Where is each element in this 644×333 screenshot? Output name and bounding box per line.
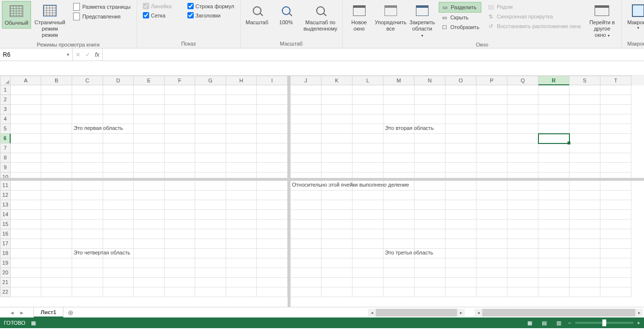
cell-T17[interactable] <box>600 239 631 249</box>
pane-bottom-right[interactable]: Относительно этой ячейки выполнено делен… <box>291 181 644 307</box>
sync-scroll-button[interactable]: ⇅ Синхронная прокрутка <box>485 12 583 21</box>
cell-E3[interactable] <box>134 105 165 114</box>
cell-G17[interactable] <box>195 239 226 249</box>
col-header-J[interactable]: J <box>291 76 322 85</box>
cell-O6[interactable] <box>445 134 476 143</box>
cell-A14[interactable] <box>11 210 42 220</box>
cell-E17[interactable] <box>134 239 165 249</box>
zoom-selection-button[interactable]: Масштаб по выделенному <box>301 1 340 34</box>
cell-B5[interactable] <box>41 124 72 134</box>
cell-E10[interactable] <box>134 173 165 178</box>
cell-Q3[interactable] <box>507 105 538 114</box>
cell-H17[interactable] <box>226 239 257 249</box>
cell-K6[interactable] <box>322 134 353 143</box>
cell-K15[interactable] <box>322 220 353 229</box>
cell-T15[interactable] <box>600 220 631 229</box>
cell-B20[interactable] <box>41 268 72 278</box>
cell-R7[interactable] <box>538 143 569 153</box>
cell-B8[interactable] <box>41 153 72 163</box>
cell-Q13[interactable] <box>507 200 538 210</box>
cell-M9[interactable] <box>383 163 414 173</box>
cell-D2[interactable] <box>103 95 134 105</box>
cell-H7[interactable] <box>226 143 257 153</box>
cell-G11[interactable] <box>195 181 226 190</box>
cell-A2[interactable] <box>11 95 42 105</box>
page-layout-button[interactable]: Разметка страницы <box>71 2 133 12</box>
cell-H13[interactable] <box>226 200 257 210</box>
row-header-18[interactable]: 18 <box>0 249 11 258</box>
headings-checkbox[interactable]: Заголовки <box>187 12 234 18</box>
col-header-L[interactable]: L <box>353 76 383 85</box>
row-header-11[interactable]: 11 <box>0 181 11 190</box>
cell-L20[interactable] <box>353 268 383 278</box>
cell-L19[interactable] <box>353 258 383 268</box>
row-header-13[interactable]: 13 <box>0 200 11 210</box>
cell-H11[interactable] <box>226 181 257 190</box>
cell-D14[interactable] <box>103 210 134 220</box>
cell-O3[interactable] <box>445 105 476 114</box>
cell-M1[interactable] <box>383 85 414 95</box>
col-header-D[interactable]: D <box>103 76 134 85</box>
cell-N10[interactable] <box>414 173 445 178</box>
cell-D6[interactable] <box>103 134 134 143</box>
cell-M5[interactable]: Это вторая область <box>383 124 414 134</box>
cell-Q6[interactable] <box>507 134 538 143</box>
cell-C5[interactable]: Это первая область <box>72 124 103 134</box>
cell-H6[interactable] <box>226 134 257 143</box>
macro-record-icon[interactable]: ▦ <box>31 320 36 326</box>
cell-P16[interactable] <box>476 229 507 239</box>
cell-R3[interactable] <box>538 105 569 114</box>
cell-O1[interactable] <box>445 85 476 95</box>
cell-P2[interactable] <box>476 95 507 105</box>
cell-C4[interactable] <box>72 114 103 124</box>
cell-M12[interactable] <box>383 190 414 200</box>
cell-C11[interactable] <box>72 181 103 190</box>
zoom-in-button[interactable]: + <box>637 320 640 326</box>
cell-H10[interactable] <box>226 173 257 178</box>
cell-M8[interactable] <box>383 153 414 163</box>
cell-H20[interactable] <box>226 268 257 278</box>
cell-R11[interactable] <box>538 181 569 190</box>
cell-F11[interactable] <box>165 181 196 190</box>
row-header-8[interactable]: 8 <box>0 153 11 163</box>
cell-J1[interactable] <box>291 85 322 95</box>
cell-N2[interactable] <box>414 95 445 105</box>
cell-M17[interactable] <box>383 239 414 249</box>
cell-J15[interactable] <box>291 220 322 229</box>
cell-N7[interactable] <box>414 143 445 153</box>
scroll-left-icon-2[interactable]: ◂ <box>475 309 482 317</box>
cell-B9[interactable] <box>41 163 72 173</box>
cell-S17[interactable] <box>569 239 600 249</box>
cell-I18[interactable] <box>257 249 288 258</box>
cell-K13[interactable] <box>322 200 353 210</box>
cell-S2[interactable] <box>569 95 600 105</box>
row-header-5[interactable]: 5 <box>0 124 11 134</box>
cell-P5[interactable] <box>476 124 507 134</box>
col-header-P[interactable]: P <box>476 76 507 85</box>
cell-A9[interactable] <box>11 163 42 173</box>
cell-S12[interactable] <box>569 190 600 200</box>
cell-B7[interactable] <box>41 143 72 153</box>
cell-E13[interactable] <box>134 200 165 210</box>
cell-J13[interactable] <box>291 200 322 210</box>
cell-Q15[interactable] <box>507 220 538 229</box>
cell-B3[interactable] <box>41 105 72 114</box>
cell-M13[interactable] <box>383 200 414 210</box>
cell-A10[interactable] <box>11 173 42 178</box>
cell-C10[interactable] <box>72 173 103 178</box>
side-by-side-button[interactable]: ▯▯ Рядом <box>485 2 583 12</box>
cell-K18[interactable] <box>322 249 353 258</box>
cell-F10[interactable] <box>165 173 196 178</box>
view-page-break-icon[interactable]: ▥ <box>553 318 564 327</box>
row-header-1[interactable]: 1 <box>0 85 11 95</box>
cell-I6[interactable] <box>257 134 288 143</box>
cell-H8[interactable] <box>226 153 257 163</box>
col-header-G[interactable]: G <box>195 76 226 85</box>
cell-Q16[interactable] <box>507 229 538 239</box>
cell-I15[interactable] <box>257 220 288 229</box>
cell-T20[interactable] <box>600 268 631 278</box>
cell-Q9[interactable] <box>507 163 538 173</box>
hscroll-right-pane[interactable]: ◂ ▸ <box>475 309 643 317</box>
cell-D8[interactable] <box>103 153 134 163</box>
cell-B18[interactable] <box>41 249 72 258</box>
